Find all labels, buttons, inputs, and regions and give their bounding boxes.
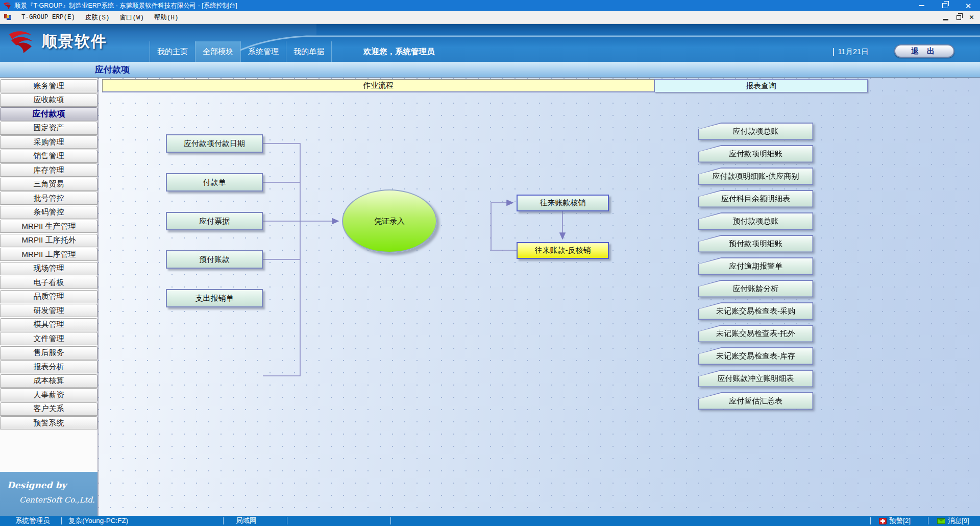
flow-box-payment-slip[interactable]: 付款单 — [166, 173, 263, 192]
sidebar-item[interactable]: 客户关系 — [0, 402, 97, 416]
flow-box-prepaid[interactable]: 预付账款 — [166, 250, 263, 269]
menu-bar: T-GROUP ERP(E) 皮肤(S) 窗口(W) 帮助(H) ✕ — [0, 11, 980, 24]
status-bar: 系统管理员 复杂(Young-PC:FZ) 局域网 预警[2] 消息[9] — [0, 516, 980, 526]
status-machine: 复杂(Young-PC:FZ) — [68, 516, 128, 526]
sidebar-item[interactable]: 报表分析 — [0, 360, 97, 373]
mdi-document-icon — [4, 14, 11, 21]
alerts-label: 预警[2] — [889, 516, 911, 525]
menu-skin[interactable]: 皮肤(S) — [80, 12, 115, 23]
workflow-canvas: 作业流程 报表查询 应付款项付款日期 付款单 应付票据 预付账款 支出报销单 凭… — [99, 78, 980, 516]
sidebar-item[interactable]: MRPII 生产管理 — [0, 220, 97, 233]
page-title: 应付款项 — [95, 64, 130, 76]
sidebar-item[interactable]: 文件管理 — [0, 332, 97, 345]
brand-logo-icon — [6, 29, 38, 54]
report-button[interactable]: 应付科目余额明细表 — [698, 190, 813, 207]
sidebar-item[interactable]: 模具管理 — [0, 318, 97, 331]
flow-box-account-verify[interactable]: 往来账款核销 — [517, 195, 609, 211]
header-tab-strip: 我的主页 全部模块 系统管理 我的单据 — [150, 41, 332, 62]
sidebar-item[interactable]: 现场管理 — [0, 262, 97, 275]
exit-button[interactable]: 退 出 — [894, 44, 954, 58]
flow-box-payment-date[interactable]: 应付款项付款日期 — [166, 134, 263, 153]
window-maximize-button[interactable] — [933, 0, 957, 11]
messages-label: 消息[9] — [948, 516, 969, 525]
sidebar-item[interactable]: 品质管理 — [0, 290, 97, 303]
sidebar-item[interactable]: 批号管控 — [0, 192, 97, 205]
app-logo-icon — [3, 2, 11, 9]
window-close-button[interactable]: ✕ — [957, 0, 980, 11]
page-title-bar: 应付款项 — [0, 62, 980, 78]
report-button[interactable]: 应付账龄分析 — [698, 280, 813, 297]
report-button[interactable]: 未记账交易检查表-托外 — [698, 325, 813, 342]
report-button[interactable]: 未记账交易检查表-库存 — [698, 347, 813, 365]
sidebar-item[interactable]: MRPII 工序托外 — [0, 234, 97, 247]
tab-all-modules[interactable]: 全部模块 — [195, 41, 240, 62]
flow-node-voucher-entry[interactable]: 凭证录入 — [342, 189, 437, 253]
sidebar-item[interactable]: 条码管控 — [0, 206, 97, 219]
sidebar-item[interactable]: 人事薪资 — [0, 388, 97, 401]
tab-my-documents[interactable]: 我的单据 — [286, 41, 332, 62]
status-user: 系统管理员 — [15, 516, 50, 526]
sidebar-item[interactable]: 固定资产 — [0, 122, 97, 135]
window-minimize-button[interactable] — [910, 0, 933, 11]
status-messages[interactable]: 消息[9] — [937, 516, 969, 526]
sidebar-item[interactable]: 三角贸易 — [0, 178, 97, 191]
brand-logo: 顺景软件 — [6, 29, 107, 54]
sidebar-item[interactable]: 库存管理 — [0, 163, 97, 177]
report-button[interactable]: 应付款项明细账-供应商别 — [698, 168, 813, 185]
current-date: 11月21日 — [838, 47, 869, 57]
module-list: 账务管理 应收款项 应付款项 固定资产 采购管理 销售管理 库存管理 三角贸易 … — [0, 78, 97, 429]
mdi-restore-button[interactable] — [957, 15, 961, 20]
sidebar-item[interactable]: 成本核算 — [0, 374, 97, 388]
sidebar-item[interactable]: 预警系统 — [0, 416, 97, 429]
flow-box-expense-claim[interactable]: 支出报销单 — [166, 289, 263, 307]
alert-icon — [879, 518, 887, 524]
brand-logo-text: 顺景软件 — [42, 31, 107, 52]
sidebar-item[interactable]: 应收款项 — [0, 93, 97, 107]
menu-window[interactable]: 窗口(W) — [115, 12, 150, 23]
sidebar-item-accounts-payable[interactable]: 应付款项 — [0, 107, 97, 121]
menu-help[interactable]: 帮助(H) — [149, 12, 184, 23]
sidebar-item[interactable]: MRPII 工序管理 — [0, 248, 97, 261]
window-title: 顺景『T-GROUP』制造业ERP系统 - 东莞顺景软件科技有限公司 - [系统… — [14, 2, 237, 10]
flow-box-payable-notes[interactable]: 应付票据 — [166, 212, 263, 230]
tab-system-management[interactable]: 系统管理 — [240, 41, 286, 62]
welcome-text: 欢迎您，系统管理员 — [363, 41, 435, 62]
menu-tgroup-erp[interactable]: T-GROUP ERP(E) — [16, 12, 80, 22]
report-button[interactable]: 预付款项总账 — [698, 212, 813, 230]
message-icon — [937, 518, 945, 524]
sidebar-item[interactable]: 销售管理 — [0, 150, 97, 163]
sidebar-item[interactable]: 采购管理 — [0, 135, 97, 149]
designed-by-text: Designed by — [7, 480, 66, 490]
report-button[interactable]: 应付款项总账 — [698, 123, 813, 140]
module-sidebar: 账务管理 应收款项 应付款项 固定资产 采购管理 销售管理 库存管理 三角贸易 … — [0, 78, 99, 516]
sidebar-item[interactable]: 电子看板 — [0, 276, 97, 289]
sidebar-item[interactable]: 研发管理 — [0, 304, 97, 317]
mdi-minimize-button[interactable] — [943, 19, 948, 20]
report-button[interactable]: 预付款项明细账 — [698, 235, 813, 252]
designed-by-panel: Designed by CenterSoft Co.,Ltd. — [0, 472, 97, 516]
mdi-close-button[interactable]: ✕ — [969, 14, 974, 21]
date-display: 11月21日 — [833, 47, 869, 57]
date-separator — [833, 48, 834, 56]
window-titlebar: 顺景『T-GROUP』制造业ERP系统 - 东莞顺景软件科技有限公司 - [系统… — [0, 0, 980, 11]
flow-box-reverse-verify[interactable]: 往来账款-反核销 — [517, 242, 609, 259]
report-button[interactable]: 未记账交易检查表-采购 — [698, 302, 813, 320]
report-button[interactable]: 应付逾期报警单 — [698, 257, 813, 275]
designed-by-company: CenterSoft Co.,Ltd. — [19, 495, 95, 505]
report-button[interactable]: 应付暂估汇总表 — [698, 392, 813, 410]
sidebar-item[interactable]: 售后服务 — [0, 346, 97, 360]
tab-my-home[interactable]: 我的主页 — [150, 41, 195, 62]
report-button[interactable]: 应付款项明细账 — [698, 145, 813, 162]
maximize-icon — [942, 3, 947, 8]
report-button[interactable]: 应付账款冲立账明细表 — [698, 370, 813, 387]
sidebar-item[interactable]: 账务管理 — [0, 79, 97, 92]
close-icon: ✕ — [965, 2, 972, 10]
status-alerts[interactable]: 预警[2] — [879, 516, 911, 526]
app-header: 顺景软件 我的主页 全部模块 系统管理 我的单据 欢迎您，系统管理员 11月21… — [0, 24, 980, 62]
status-network: 局域网 — [236, 516, 257, 526]
minimize-icon — [919, 5, 924, 6]
